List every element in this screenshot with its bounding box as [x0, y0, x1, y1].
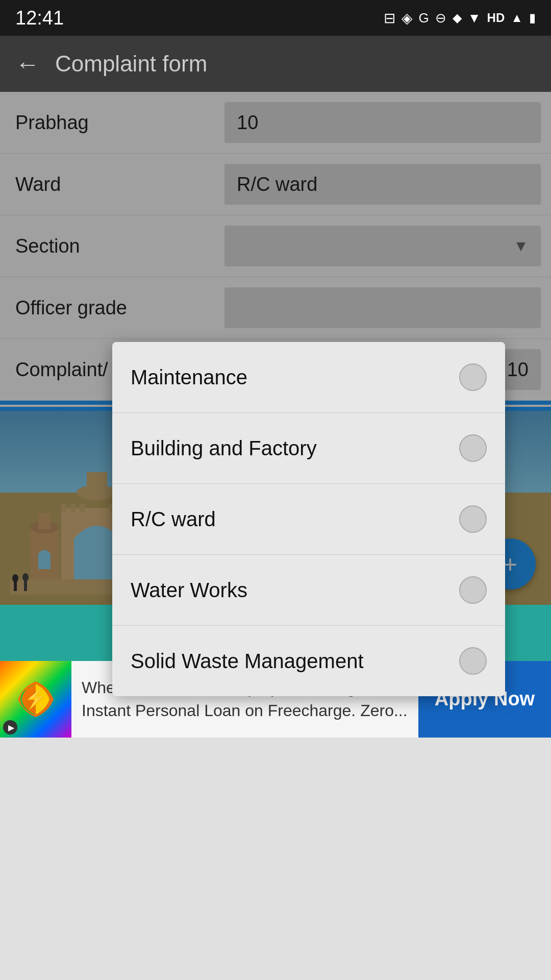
form-area: Prabhag 10 Ward R/C ward Section Officer…: [0, 92, 551, 605]
dropdown-option-maintenance[interactable]: Maintenance: [112, 342, 505, 413]
signal-icon: ▲: [511, 11, 523, 25]
dropdown-option-rc-ward[interactable]: R/C ward: [112, 484, 505, 555]
maintenance-radio[interactable]: [459, 363, 487, 391]
building-factory-label: Building and Factory: [131, 437, 317, 460]
dropdown-option-water-works[interactable]: Water Works: [112, 555, 505, 626]
svg-text:⚡: ⚡: [24, 687, 48, 710]
maintenance-label: Maintenance: [131, 366, 247, 389]
play-icon: ▶: [3, 720, 17, 734]
back-button[interactable]: ←: [15, 50, 40, 78]
dropdown-option-solid-waste[interactable]: Solid Waste Management: [112, 626, 505, 696]
freecharge-logo-svg: ⚡: [13, 676, 59, 722]
screenshot-icon: ⊟: [384, 10, 395, 27]
header: ← Complaint form: [0, 36, 551, 92]
ad-logo: ⚡ ▶: [0, 661, 71, 738]
page-title: Complaint form: [55, 51, 207, 77]
hd-badge: HD: [487, 11, 505, 25]
building-factory-radio[interactable]: [459, 434, 487, 462]
status-bar: 12:41 ⊟ ◈ G ⊖ ◆ ▼ HD ▲ ▮: [0, 0, 551, 36]
dropdown-option-building-factory[interactable]: Building and Factory: [112, 413, 505, 484]
phone-icon: ◈: [402, 10, 413, 27]
solid-waste-label: Solid Waste Management: [131, 650, 364, 673]
water-works-label: Water Works: [131, 579, 247, 602]
battery-icon: ▮: [529, 11, 536, 25]
translate-icon: G: [419, 10, 429, 26]
diamond-icon: ◆: [453, 11, 462, 25]
section-dropdown-modal: Maintenance Building and Factory R/C war…: [112, 342, 505, 696]
rc-ward-radio[interactable]: [459, 505, 487, 533]
status-time: 12:41: [15, 7, 64, 29]
rc-ward-label: R/C ward: [131, 508, 216, 531]
water-works-radio[interactable]: [459, 576, 487, 604]
status-icons: ⊟ ◈ G ⊖ ◆ ▼ HD ▲ ▮: [384, 10, 536, 27]
solid-waste-radio[interactable]: [459, 647, 487, 675]
minus-circle-icon: ⊖: [435, 10, 446, 26]
wifi-icon: ▼: [468, 10, 481, 26]
